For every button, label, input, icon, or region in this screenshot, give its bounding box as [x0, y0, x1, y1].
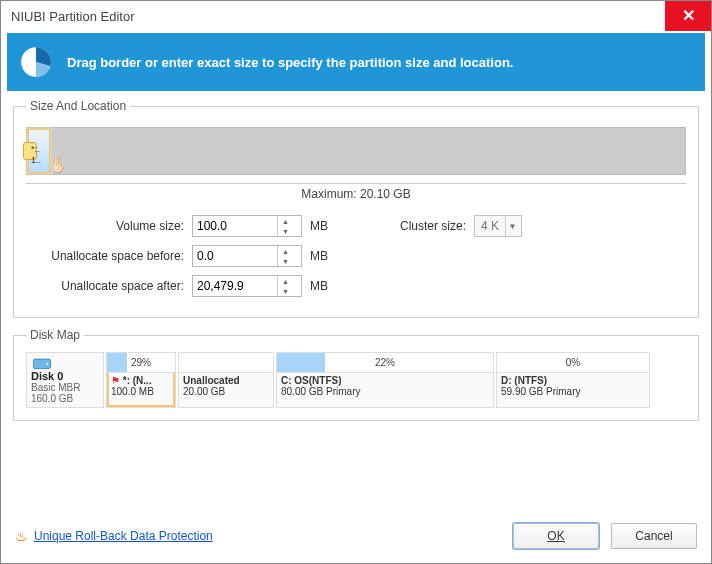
spinner-up-icon[interactable]: ▲: [278, 246, 293, 256]
title-bar: NIUBI Partition Editor ✕: [1, 1, 711, 31]
partition-slider[interactable]: *:. 1.. ✋🏻: [26, 127, 686, 175]
partition-percent: 0%: [566, 357, 580, 368]
partition-sub: 100.0 MB: [111, 386, 154, 397]
unalloc-after-input[interactable]: [193, 278, 277, 294]
flag-icon: ⚑: [111, 375, 123, 386]
size-location-group: Size And Location *:. 1.. ✋🏻 Maximum: 20…: [13, 99, 699, 318]
volume-size-unit: MB: [310, 219, 340, 233]
partition-name: D: (NTFS): [501, 375, 547, 386]
cluster-size-select[interactable]: 4 K ▼: [474, 215, 522, 237]
volume-size-label: Volume size:: [26, 219, 192, 233]
cluster-size-label: Cluster size:: [400, 219, 466, 233]
unalloc-after-unit: MB: [310, 279, 340, 293]
partition-p1[interactable]: 29%⚑ *: (N...100.0 MB: [106, 352, 176, 408]
pie-chart-icon: [19, 45, 53, 79]
disk-size: 160.0 GB: [31, 393, 73, 404]
spinner-up-icon[interactable]: ▲: [278, 216, 293, 226]
ok-button-label: OK: [547, 529, 564, 543]
partition-p3[interactable]: 22%C: OS(NTFS)80.00 GB Primary: [276, 352, 494, 408]
flame-icon: ♨: [15, 528, 28, 544]
partition-segment[interactable]: *:. 1..: [28, 129, 50, 173]
partition-percent: 29%: [131, 357, 151, 368]
window-title: NIUBI Partition Editor: [11, 9, 135, 24]
info-banner: Drag border or enter exact size to speci…: [7, 33, 705, 91]
partition-name: *: (N...: [123, 375, 152, 386]
disk-map-group: Disk Map Disk 0 Basic MBR 160.0 GB 29%⚑ …: [13, 328, 699, 421]
partition-p4[interactable]: 0%D: (NTFS)59.90 GB Primary: [496, 352, 650, 408]
partition-sub: 59.90 GB Primary: [501, 386, 580, 397]
footer: ♨ Unique Roll-Back Data Protection OK Ca…: [1, 513, 711, 563]
unalloc-before-input[interactable]: [193, 248, 277, 264]
close-icon: ✕: [682, 8, 695, 24]
volume-size-input[interactable]: [193, 218, 277, 234]
cursor-icon: ✋🏻: [49, 156, 68, 174]
close-button[interactable]: ✕: [665, 1, 711, 31]
segment-label-bottom: 1..: [31, 155, 41, 165]
disk-entry[interactable]: Disk 0 Basic MBR 160.0 GB: [26, 352, 104, 408]
spinner-up-icon[interactable]: ▲: [278, 276, 293, 286]
disk-icon: [31, 356, 53, 370]
size-location-legend: Size And Location: [26, 99, 130, 113]
rollback-link[interactable]: Unique Roll-Back Data Protection: [34, 529, 213, 543]
volume-size-input-wrap[interactable]: ▲▼: [192, 215, 302, 237]
svg-point-2: [47, 363, 49, 365]
unalloc-before-label: Unallocate space before:: [26, 249, 192, 263]
disk-type: Basic MBR: [31, 382, 80, 393]
partition-sub: 20.00 GB: [183, 386, 225, 397]
chevron-down-icon: ▼: [505, 216, 519, 236]
spinner-down-icon[interactable]: ▼: [278, 286, 293, 296]
segment-label-top: *:.: [31, 144, 40, 154]
disk-map-legend: Disk Map: [26, 328, 84, 342]
cluster-size-value: 4 K: [481, 219, 499, 233]
spinner-down-icon[interactable]: ▼: [278, 256, 293, 266]
cancel-button-label: Cancel: [635, 529, 672, 543]
unalloc-after-input-wrap[interactable]: ▲▼: [192, 275, 302, 297]
disk-name: Disk 0: [31, 370, 63, 382]
partition-name: C: OS(NTFS): [281, 375, 342, 386]
partition-percent: 22%: [375, 357, 395, 368]
unalloc-before-input-wrap[interactable]: ▲▼: [192, 245, 302, 267]
spinner-down-icon[interactable]: ▼: [278, 226, 293, 236]
unalloc-after-label: Unallocate space after:: [26, 279, 192, 293]
cancel-button[interactable]: Cancel: [611, 523, 697, 549]
partition-p2[interactable]: Unallocated20.00 GB: [178, 352, 274, 408]
banner-message: Drag border or enter exact size to speci…: [67, 55, 513, 70]
unalloc-before-unit: MB: [310, 249, 340, 263]
ok-button[interactable]: OK: [513, 523, 599, 549]
maximum-size-label: Maximum: 20.10 GB: [26, 183, 686, 201]
partition-sub: 80.00 GB Primary: [281, 386, 360, 397]
partition-name: Unallocated: [183, 375, 240, 386]
